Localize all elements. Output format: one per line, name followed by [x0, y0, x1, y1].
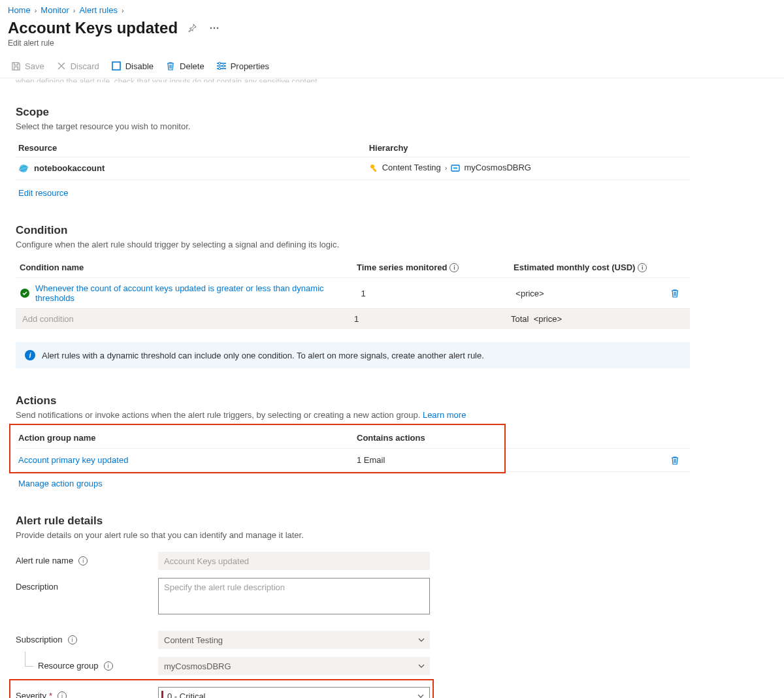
page-subtitle: Edit alert rule	[0, 37, 784, 54]
details-heading: Alert rule details	[16, 515, 690, 528]
check-circle-icon	[20, 288, 30, 298]
chevron-right-icon: ›	[445, 164, 448, 172]
svg-point-6	[218, 67, 220, 69]
svg-point-7	[20, 165, 27, 172]
hierarchy-subscription: Content Testing	[382, 163, 441, 172]
condition-desc: Configure when the alert rule should tri…	[16, 240, 690, 249]
breadcrumb-monitor[interactable]: Monitor	[41, 5, 69, 15]
trash-icon[interactable]	[670, 456, 685, 465]
actions-heading: Actions	[16, 394, 690, 407]
condition-section: Condition Configure when the alert rule …	[16, 224, 690, 369]
svg-point-2	[217, 27, 219, 29]
properties-icon	[216, 61, 227, 71]
properties-button[interactable]: Properties	[211, 58, 274, 74]
save-icon	[10, 61, 21, 71]
condition-row: Whenever the count of account keys updat…	[16, 278, 690, 309]
severity-select[interactable]: 0 - Critical	[158, 687, 430, 698]
actions-row: Account primary key updated 1 Email	[16, 449, 690, 472]
svg-point-4	[218, 62, 220, 64]
truncated-text: when defining the alert rule, check that…	[0, 77, 784, 82]
breadcrumb: Home › Monitor › Alert rules ›	[0, 0, 784, 18]
chevron-right-icon: ›	[122, 7, 124, 14]
discard-button[interactable]: Discard	[51, 58, 105, 74]
subscription-select: Content Testing	[158, 631, 430, 649]
label-resource-group: Resource group	[38, 661, 99, 671]
actions-desc: Send notifications or invoke actions whe…	[16, 410, 690, 420]
svg-rect-11	[453, 167, 457, 169]
cosmos-db-icon	[18, 163, 29, 174]
details-desc: Provide details on your alert rule so th…	[16, 530, 690, 540]
disable-button[interactable]: Disable	[106, 58, 159, 74]
scope-col-resource: Resource	[16, 139, 367, 157]
scope-section: Scope Select the target resource you wis…	[16, 106, 690, 198]
save-button[interactable]: Save	[5, 58, 50, 74]
svg-point-0	[210, 27, 212, 29]
actions-section: Actions Send notifications or invoke act…	[16, 394, 690, 488]
toolbar: Save Discard Disable Delete Properties	[0, 54, 784, 78]
svg-point-5	[222, 65, 224, 67]
alert-rule-name-input	[158, 552, 430, 570]
info-icon[interactable]: i	[104, 661, 113, 671]
trash-icon	[165, 61, 176, 71]
scope-col-hierarchy: Hierarchy	[367, 139, 690, 157]
close-icon	[56, 61, 67, 71]
condition-col-name: Condition name	[16, 262, 357, 272]
more-icon[interactable]	[206, 20, 222, 36]
scope-desc: Select the target resource you wish to m…	[16, 121, 690, 131]
details-section: Alert rule details Provide details on yo…	[16, 515, 690, 698]
breadcrumb-home[interactable]: Home	[8, 5, 31, 15]
label-alert-rule-name: Alert rule name	[16, 556, 73, 565]
trash-icon[interactable]	[670, 289, 685, 298]
chevron-down-icon	[418, 664, 425, 668]
delete-button[interactable]: Delete	[160, 58, 210, 74]
condition-heading: Condition	[16, 224, 690, 237]
description-input[interactable]	[158, 578, 430, 614]
label-description: Description	[16, 582, 58, 592]
info-icon[interactable]: i	[57, 691, 67, 698]
info-icon[interactable]: i	[449, 263, 459, 272]
info-icon[interactable]: i	[78, 556, 88, 565]
info-icon[interactable]: i	[638, 263, 647, 272]
actions-col-contains: Contains actions	[357, 433, 670, 443]
chevron-down-icon	[417, 694, 424, 698]
condition-name-link[interactable]: Whenever the count of account keys updat…	[35, 283, 361, 303]
scope-heading: Scope	[16, 106, 690, 119]
edit-resource-link[interactable]: Edit resource	[18, 188, 69, 198]
manage-action-groups-link[interactable]: Manage action groups	[18, 479, 103, 488]
resource-group-icon	[451, 163, 460, 172]
label-severity: Severity	[16, 691, 46, 698]
condition-row-ts: 1	[361, 289, 515, 298]
action-group-link[interactable]: Account primary key updated	[18, 455, 128, 465]
info-icon[interactable]: i	[68, 635, 77, 644]
info-banner: i Alert rules with a dynamic threshold c…	[16, 342, 690, 368]
page-title: Account Keys updated	[8, 19, 178, 37]
hierarchy-rg: myCosmosDBRG	[464, 163, 531, 172]
pin-icon[interactable]	[184, 20, 200, 36]
add-condition-row: Add condition 1 Total <price>	[16, 309, 690, 329]
checkbox-empty-icon	[111, 61, 122, 71]
learn-more-link[interactable]: Learn more	[423, 410, 466, 420]
chevron-down-icon	[418, 638, 425, 642]
info-icon: i	[25, 350, 35, 360]
actions-row-contains: 1 Email	[357, 455, 670, 465]
resource-group-select: myCosmosDBRG	[158, 657, 430, 675]
actions-col-name: Action group name	[16, 433, 357, 443]
scope-resource-name: notebookaccount	[34, 163, 105, 173]
svg-rect-3	[112, 62, 120, 70]
svg-point-1	[214, 27, 216, 29]
condition-row-cost: <price>	[515, 289, 670, 298]
key-icon	[369, 163, 378, 172]
severity-color-bar	[161, 691, 163, 698]
scope-row: notebookaccount Content Testing ›	[16, 157, 690, 180]
label-subscription: Subscription	[16, 635, 63, 644]
condition-col-cost: Estimated monthly cost (USD)i	[514, 262, 670, 273]
chevron-right-icon: ›	[73, 7, 76, 14]
chevron-right-icon: ›	[35, 7, 37, 14]
breadcrumb-alert-rules[interactable]: Alert rules	[79, 5, 118, 15]
condition-col-ts: Time series monitoredi	[357, 262, 514, 273]
